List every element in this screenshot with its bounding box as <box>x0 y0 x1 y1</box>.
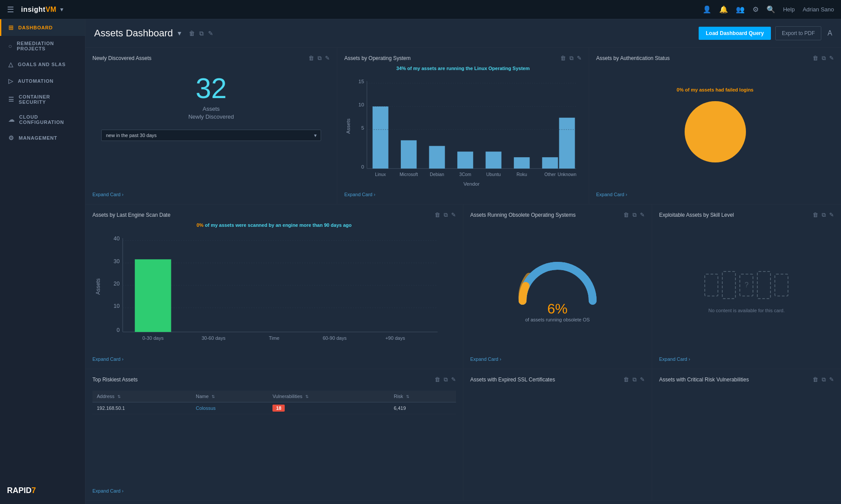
svg-text:30-60 days: 30-60 days <box>201 335 226 341</box>
expand-newly-discovered[interactable]: Expand Card › <box>92 188 330 197</box>
col-address: Address ⇅ <box>92 391 191 402</box>
expired-ssl-card: Assets with Expired SSL Certificates 🗑 ⧉… <box>463 369 652 500</box>
svg-text:15: 15 <box>358 78 364 84</box>
edit-auth-icon[interactable]: ✎ <box>829 55 834 62</box>
edit-exploitable-icon[interactable]: ✎ <box>829 211 834 219</box>
card-icons-riskiest: 🗑 ⧉ ✎ <box>435 376 456 383</box>
user-icon[interactable]: 👤 <box>703 5 711 14</box>
auth-percent: 0% <box>677 87 684 92</box>
logo-accent: 7 <box>32 486 36 495</box>
svg-text:0-30 days: 0-30 days <box>142 335 164 341</box>
expand-obsolete-card[interactable]: Expand Card › <box>470 353 645 362</box>
sidebar-item-automation[interactable]: ▷ Automation <box>0 73 85 89</box>
delete-riskiest-icon[interactable]: 🗑 <box>435 376 440 383</box>
load-dashboard-query-button[interactable]: Load Dashboard Query <box>699 27 771 40</box>
expand-os-icon[interactable]: ⧉ <box>569 55 573 62</box>
delete-ssl-icon[interactable]: 🗑 <box>623 376 629 383</box>
expand-riskiest-icon[interactable]: ⧉ <box>444 376 448 383</box>
edit-os-icon[interactable]: ✎ <box>577 55 582 62</box>
expand-auth-icon[interactable]: ⧉ <box>822 55 826 62</box>
card-header-obsolete: Assets Running Obsolete Operating System… <box>470 211 645 219</box>
header-actions: Load Dashboard Query Export to PDF A <box>699 26 832 40</box>
expand-auth-card[interactable]: Expand Card › <box>596 188 834 197</box>
bar-3com <box>457 152 473 169</box>
edit-scan-icon[interactable]: ✎ <box>451 211 456 219</box>
no-content-text: No content is available for this card. <box>708 308 784 313</box>
dashed-icons-group: ? <box>704 271 788 299</box>
svg-text:Microsoft: Microsoft <box>399 172 418 177</box>
asset-name-link[interactable]: Colossus <box>196 405 216 411</box>
svg-text:Unknown: Unknown <box>558 172 576 177</box>
obsolete-gauge: 6% of assets running obsolete OS <box>470 222 645 353</box>
cloud-icon: ☁ <box>8 116 15 123</box>
os-bar-svg: 15 10 5 0 Assets L <box>344 75 582 188</box>
sidebar-item-dashboard[interactable]: ⊞ Dashboard <box>0 19 85 36</box>
dashboard-row-3: Top Riskiest Assets 🗑 ⧉ ✎ Address ⇅ Name… <box>85 369 841 501</box>
sort-risk-icon[interactable]: ⇅ <box>406 395 410 399</box>
expand-os-card[interactable]: Expand Card › <box>344 188 582 197</box>
dashboard-icon: ⊞ <box>8 24 14 31</box>
os-percent: 34% <box>396 66 406 71</box>
edit-dashboard-icon[interactable]: ✎ <box>208 30 213 37</box>
edit-riskiest-icon[interactable]: ✎ <box>451 376 456 383</box>
cell-vulnerabilities: 18 <box>268 402 389 414</box>
edit-card-icon[interactable]: ✎ <box>325 55 330 62</box>
delete-os-icon[interactable]: 🗑 <box>560 55 566 62</box>
sidebar-label-container: Container Security <box>19 94 78 105</box>
delete-card-icon[interactable]: 🗑 <box>308 55 314 62</box>
brand-dropdown-arrow[interactable]: ▼ <box>59 7 64 13</box>
copy-dashboard-icon[interactable]: ⧉ <box>199 30 204 37</box>
delete-auth-icon[interactable]: 🗑 <box>813 55 818 62</box>
expand-exploitable-card[interactable]: Expand Card › <box>659 353 834 362</box>
newly-discovered-card: Newly Discovered Assets 🗑 ⧉ ✎ 32 Assets … <box>85 48 337 204</box>
expand-obsolete-icon[interactable]: ⧉ <box>633 211 636 219</box>
bar-debian <box>429 146 445 169</box>
search-icon[interactable]: 🔍 <box>767 5 775 14</box>
sidebar-item-remediation[interactable]: ○ Remediation Projects <box>0 36 85 56</box>
export-pdf-button[interactable]: Export to PDF <box>775 26 821 40</box>
delete-dashboard-icon[interactable]: 🗑 <box>189 30 195 37</box>
expand-card-icon[interactable]: ⧉ <box>318 55 322 62</box>
hamburger-icon[interactable]: ☰ <box>7 5 14 14</box>
svg-text:+90 days: +90 days <box>385 335 406 341</box>
edit-obsolete-icon[interactable]: ✎ <box>640 211 645 219</box>
dashboard-title-dropdown[interactable]: ▼ <box>177 30 183 37</box>
svg-text:3Com: 3Com <box>459 172 471 177</box>
sidebar-label-management: Management <box>19 135 57 141</box>
bell-icon[interactable]: 🔔 <box>719 5 728 14</box>
gear-icon[interactable]: ⚙ <box>753 5 759 14</box>
card-icons-exploitable: 🗑 ⧉ ✎ <box>813 211 834 219</box>
edit-ssl-icon[interactable]: ✎ <box>640 376 645 383</box>
time-range-select[interactable]: new in the past 30 days new in the past … <box>101 130 321 141</box>
expand-exploitable-icon[interactable]: ⧉ <box>822 211 826 219</box>
expand-scan-icon[interactable]: ⧉ <box>444 211 448 219</box>
sidebar-item-container[interactable]: ☰ Container Security <box>0 89 85 109</box>
help-link[interactable]: Help <box>783 6 795 13</box>
sidebar-item-management[interactable]: ⚙ Management <box>0 130 85 146</box>
card-header-critical: Assets with Critical Risk Vulnerabilitie… <box>659 376 834 384</box>
expand-riskiest-card[interactable]: Expand Card › <box>92 485 456 493</box>
dashboard-header: Assets Dashboard ▼ 🗑 ⧉ ✎ Load Dashboard … <box>85 19 841 48</box>
delete-exploitable-icon[interactable]: 🗑 <box>813 211 818 219</box>
team-icon[interactable]: 👥 <box>736 5 745 14</box>
exploitable-assets-card: Exploitable Assets by Skill Level 🗑 ⧉ ✎ … <box>652 204 841 369</box>
sidebar-item-cloud[interactable]: ☁ Cloud Configuration <box>0 109 85 130</box>
svg-text:40: 40 <box>113 236 120 242</box>
dashboard-settings-icon[interactable]: A <box>827 29 832 37</box>
delete-obsolete-icon[interactable]: 🗑 <box>623 211 629 219</box>
sort-name-icon[interactable]: ⇅ <box>212 395 215 399</box>
sort-vuln-icon[interactable]: ⇅ <box>305 395 309 399</box>
sort-address-icon[interactable]: ⇅ <box>117 395 121 399</box>
sidebar-label-remediation: Remediation Projects <box>17 41 78 51</box>
edit-critical-icon[interactable]: ✎ <box>829 376 834 383</box>
card-title-auth: Assets by Authentication Status <box>596 55 809 62</box>
scan-bar-svg: 40 30 20 10 0 Assets 0-30 days <box>92 232 456 353</box>
bar-linux <box>373 106 389 169</box>
expand-scan-card[interactable]: Expand Card › <box>92 353 456 362</box>
delete-scan-icon[interactable]: 🗑 <box>435 211 440 219</box>
sidebar-label-automation: Automation <box>18 78 54 84</box>
sidebar-item-goals[interactable]: △ Goals and SLAs <box>0 56 85 73</box>
expand-critical-icon[interactable]: ⧉ <box>822 376 826 383</box>
expand-ssl-icon[interactable]: ⧉ <box>633 376 636 383</box>
delete-critical-icon[interactable]: 🗑 <box>813 376 818 383</box>
